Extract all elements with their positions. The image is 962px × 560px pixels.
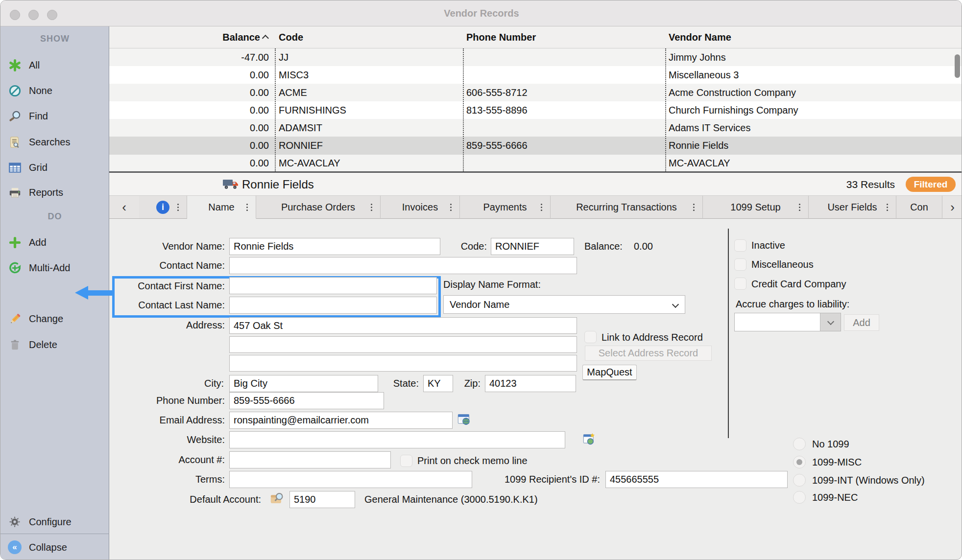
radio-1099-nec[interactable]: [793, 491, 806, 504]
tab-info[interactable]: i: [139, 196, 187, 219]
recipient-id-field[interactable]: [605, 471, 788, 488]
collapse-icon: «: [7, 540, 22, 555]
tab-menu-dots-icon[interactable]: [541, 207, 542, 208]
tab-user-fields[interactable]: User Fields: [809, 196, 896, 219]
filtered-badge[interactable]: Filtered: [906, 177, 956, 192]
tab-invoices[interactable]: Invoices: [381, 196, 460, 219]
column-header-phone[interactable]: Phone Number: [463, 26, 665, 48]
sidebar-item-multi-add[interactable]: Multi-Add: [7, 259, 70, 276]
sidebar-item-label: Multi-Add: [29, 262, 70, 274]
tabs-scroll-right-button[interactable]: ›: [942, 196, 962, 219]
tab-contacts-truncated[interactable]: Con: [896, 196, 942, 219]
record-header: Ronnie Fields 33 Results Filtered: [109, 173, 962, 196]
tab-menu-dots-icon[interactable]: [450, 207, 452, 208]
table-row[interactable]: 0.00 MISC3 Miscellaneous 3: [109, 66, 962, 84]
tab-menu-dots-icon[interactable]: [246, 207, 248, 208]
accrue-add-button[interactable]: Add: [844, 314, 879, 331]
contact-last-name-label: Contact Last Name:: [138, 299, 225, 311]
delete-trash-icon: [7, 337, 22, 352]
radio-1099-misc-label: 1099-MISC: [812, 456, 862, 468]
radio-no-1099[interactable]: [793, 438, 806, 450]
default-account-description: General Maintenance (3000.5190.K.K1): [364, 493, 538, 506]
link-to-address-checkbox[interactable]: [584, 331, 597, 343]
default-account-field[interactable]: [289, 491, 355, 508]
sidebar-item-all[interactable]: All: [7, 57, 40, 73]
radio-1099-misc[interactable]: [793, 456, 806, 468]
sidebar-item-add[interactable]: Add: [7, 234, 47, 251]
table-row-selected[interactable]: 0.00 RONNIEF 859-555-6666 Ronnie Fields: [109, 137, 962, 154]
sidebar-item-none[interactable]: None: [7, 82, 52, 99]
address-line1-field[interactable]: [229, 317, 577, 334]
none-icon: [7, 83, 22, 98]
account-number-field[interactable]: [229, 451, 391, 468]
tab-menu-dots-icon[interactable]: [799, 207, 800, 208]
sidebar-item-find[interactable]: Find: [7, 108, 48, 124]
print-on-check-memo-checkbox[interactable]: [400, 455, 412, 467]
column-header-balance[interactable]: Balance: [109, 26, 275, 48]
display-name-format-dropdown[interactable]: Vendor Name: [443, 295, 685, 314]
terms-field[interactable]: [229, 471, 472, 488]
tabs-scroll-left-button[interactable]: ‹: [109, 196, 139, 219]
address-line3-field[interactable]: [229, 355, 577, 372]
tab-recurring-transactions[interactable]: Recurring Transactions: [551, 196, 703, 219]
radio-no-1099-label: No 1099: [812, 438, 849, 450]
column-header-code[interactable]: Code: [275, 26, 463, 48]
miscellaneous-checkbox[interactable]: [734, 258, 746, 271]
column-header-vendor-name[interactable]: Vendor Name: [665, 26, 962, 48]
tab-menu-dots-icon[interactable]: [693, 207, 695, 208]
sidebar-item-searches[interactable]: Searches: [7, 134, 71, 150]
tab-payments[interactable]: Payments: [460, 196, 551, 219]
accrue-dropdown-arrow-button[interactable]: [820, 313, 841, 331]
table-row[interactable]: 0.00 MC-AVACLAY MC-AVACLAY: [109, 155, 962, 172]
mapquest-button[interactable]: MapQuest: [582, 365, 637, 380]
website-field[interactable]: [229, 431, 565, 448]
column-divider: [665, 48, 666, 172]
sidebar-item-reports[interactable]: Reports: [7, 184, 63, 201]
tab-menu-dots-icon[interactable]: [887, 207, 888, 208]
sidebar-item-configure[interactable]: Configure: [7, 513, 72, 530]
open-website-icon[interactable]: [582, 432, 596, 448]
account-lookup-icon[interactable]: [269, 491, 286, 508]
print-on-check-memo-label: Print on check memo line: [417, 454, 528, 467]
tab-name[interactable]: Name: [187, 196, 256, 219]
code-label: Code:: [461, 240, 487, 253]
tab-menu-dots-icon[interactable]: [177, 207, 179, 208]
tab-bar: ‹ i Name Purchase Orders Invoices Paymen…: [109, 196, 962, 219]
code-field[interactable]: [491, 238, 574, 255]
tab-menu-dots-icon[interactable]: [371, 207, 372, 208]
phone-number-field[interactable]: [229, 392, 384, 409]
find-icon: [7, 109, 22, 123]
sidebar-item-collapse[interactable]: « Collapse: [7, 539, 67, 556]
sidebar-item-change[interactable]: Change: [7, 310, 63, 327]
vendor-name-field[interactable]: [229, 238, 440, 255]
table-row[interactable]: 0.00 ADAMSIT Adams IT Services: [109, 119, 962, 137]
sidebar-item-grid[interactable]: Grid: [7, 159, 48, 176]
inactive-checkbox[interactable]: [734, 239, 746, 252]
radio-1099-int[interactable]: [793, 474, 806, 487]
table-row[interactable]: -47.00 JJ Jimmy Johns: [109, 48, 962, 66]
contact-first-name-field[interactable]: [229, 277, 437, 294]
contact-name-label: Contact Name:: [160, 259, 225, 272]
change-pencil-icon: [7, 311, 22, 326]
select-address-record-button[interactable]: Select Address Record: [585, 346, 712, 361]
send-email-icon[interactable]: [457, 413, 471, 428]
table-scrollbar[interactable]: [955, 54, 960, 78]
phone-number-label: Phone Number:: [156, 394, 225, 407]
account-number-label: Account #:: [178, 453, 225, 466]
credit-card-company-checkbox[interactable]: [734, 278, 746, 290]
balance-label: Balance:: [584, 240, 623, 253]
contact-name-field[interactable]: [229, 257, 577, 274]
email-address-field[interactable]: [229, 412, 453, 429]
tab-1099-setup[interactable]: 1099 Setup: [703, 196, 809, 219]
zip-field[interactable]: [485, 375, 576, 392]
results-count: 33 Results: [846, 173, 895, 196]
tab-purchase-orders[interactable]: Purchase Orders: [256, 196, 381, 219]
sidebar-item-delete[interactable]: Delete: [7, 336, 57, 353]
zip-label: Zip:: [464, 377, 481, 390]
address-line2-field[interactable]: [229, 336, 577, 353]
contact-last-name-field[interactable]: [229, 297, 437, 314]
table-row[interactable]: 0.00 FURNISHINGS 813-555-8896 Church Fur…: [109, 101, 962, 119]
table-row[interactable]: 0.00 ACME 606-555-8712 Acme Construction…: [109, 84, 962, 101]
state-field[interactable]: [423, 375, 453, 392]
city-field[interactable]: [229, 375, 378, 392]
